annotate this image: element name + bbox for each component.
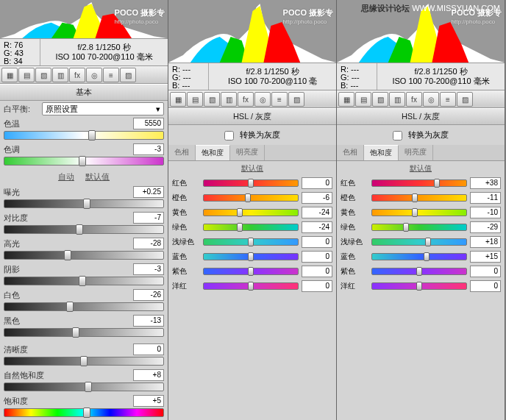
slider-track[interactable] — [4, 408, 164, 417]
slider-value[interactable]: -26 — [133, 289, 164, 301]
slider-track[interactable] — [4, 357, 164, 366]
slider-track[interactable] — [203, 179, 299, 187]
slider-value[interactable]: -29 — [470, 221, 501, 233]
panel-tab-icon-7[interactable]: ▨ — [120, 68, 136, 82]
slider-thumb[interactable] — [416, 282, 422, 291]
slider-value[interactable]: -24 — [302, 221, 332, 233]
slider-value[interactable]: -3 — [133, 263, 164, 275]
panel-tab-icon-1[interactable]: ▤ — [355, 92, 371, 107]
slider-value[interactable]: -11 — [470, 192, 501, 204]
hsl-tab-饱和度[interactable]: 饱和度 — [364, 145, 399, 160]
slider-track[interactable] — [4, 131, 164, 140]
slider-track[interactable] — [371, 194, 467, 202]
slider-thumb[interactable] — [79, 156, 86, 166]
slider-track[interactable] — [4, 328, 164, 337]
wb-select[interactable]: 原照设置▾ — [42, 102, 164, 115]
slider-value[interactable]: 0 — [302, 177, 332, 189]
slider-value[interactable]: 0 — [302, 280, 332, 292]
slider-track[interactable] — [4, 199, 164, 208]
slider-thumb[interactable] — [237, 208, 243, 217]
panel-tab-icon-0[interactable]: ▦ — [338, 92, 354, 107]
panel-tab-icon-3[interactable]: ▥ — [52, 68, 68, 82]
hsl-tab-明亮度[interactable]: 明亮度 — [399, 145, 433, 160]
slider-track[interactable] — [4, 302, 164, 311]
slider-thumb[interactable] — [412, 208, 418, 217]
slider-track[interactable] — [371, 209, 467, 216]
slider-track[interactable] — [371, 238, 467, 246]
slider-track[interactable] — [4, 157, 164, 165]
panel-tab-icon-1[interactable]: ▤ — [18, 68, 35, 82]
slider-thumb[interactable] — [424, 252, 430, 261]
slider-value[interactable]: 0 — [133, 344, 164, 355]
slider-value[interactable]: -6 — [302, 192, 332, 204]
hsl-tab-明亮度[interactable]: 明亮度 — [230, 145, 265, 160]
slider-track[interactable] — [203, 209, 299, 216]
slider-track[interactable] — [4, 277, 164, 285]
panel-tab-icon-6[interactable]: ≡ — [440, 92, 456, 107]
panel-tab-icon-0[interactable]: ▦ — [1, 68, 18, 82]
panel-tab-icon-7[interactable]: ▨ — [457, 92, 473, 107]
slider-track[interactable] — [371, 282, 467, 290]
slider-thumb[interactable] — [237, 223, 243, 232]
slider-track[interactable] — [4, 382, 164, 391]
panel-tab-icon-7[interactable]: ▨ — [288, 92, 304, 107]
slider-value[interactable]: 0 — [470, 280, 501, 292]
hsl-tab-色相[interactable]: 色相 — [337, 145, 364, 160]
slider-track[interactable] — [4, 225, 164, 234]
slider-value[interactable]: 0 — [470, 266, 501, 277]
slider-thumb[interactable] — [245, 193, 251, 202]
slider-value[interactable]: +38 — [470, 177, 501, 189]
panel-tab-icon-6[interactable]: ≡ — [271, 92, 288, 107]
panel-tab-icon-3[interactable]: ▥ — [221, 92, 237, 107]
slider-value[interactable]: -24 — [302, 207, 332, 218]
defaults-link[interactable]: 默认值 — [85, 172, 110, 181]
slider-thumb[interactable] — [72, 327, 79, 338]
slider-value[interactable]: 0 — [302, 236, 332, 248]
slider-track[interactable] — [371, 179, 467, 187]
hsl-tab-饱和度[interactable]: 饱和度 — [196, 145, 230, 160]
slider-track[interactable] — [203, 268, 299, 275]
auto-link[interactable]: 自动 — [58, 172, 74, 181]
slider-thumb[interactable] — [83, 407, 90, 418]
hsl-tab-色相[interactable]: 色相 — [168, 145, 196, 160]
panel-tab-icon-0[interactable]: ▦ — [170, 92, 186, 107]
slider-thumb[interactable] — [248, 179, 254, 188]
slider-thumb[interactable] — [416, 267, 422, 276]
slider-thumb[interactable] — [66, 302, 74, 312]
slider-thumb[interactable] — [412, 193, 418, 202]
slider-track[interactable] — [203, 253, 299, 260]
defaults-link[interactable]: 默认值 — [168, 161, 336, 176]
slider-value[interactable]: +5 — [133, 395, 164, 407]
slider-value[interactable]: 5550 — [133, 118, 164, 129]
slider-value[interactable]: +18 — [470, 236, 501, 248]
panel-tab-icon-5[interactable]: ◎ — [86, 68, 102, 82]
panel-tab-icon-2[interactable]: ▧ — [35, 68, 51, 82]
slider-track[interactable] — [371, 253, 467, 260]
slider-value[interactable]: +0.25 — [133, 186, 164, 198]
slider-track[interactable] — [203, 282, 299, 290]
slider-track[interactable] — [4, 251, 164, 260]
panel-tab-icon-6[interactable]: ≡ — [103, 68, 119, 82]
slider-track[interactable] — [371, 268, 467, 275]
slider-thumb[interactable] — [79, 276, 86, 286]
panel-tab-icon-5[interactable]: ◎ — [423, 92, 439, 107]
panel-tab-icon-3[interactable]: ▥ — [389, 92, 405, 107]
slider-track[interactable] — [203, 238, 299, 246]
slider-track[interactable] — [203, 224, 299, 231]
slider-value[interactable]: -7 — [133, 212, 164, 224]
slider-thumb[interactable] — [248, 238, 254, 246]
slider-thumb[interactable] — [83, 199, 90, 209]
slider-thumb[interactable] — [80, 356, 88, 366]
slider-value[interactable]: 0 — [302, 266, 332, 277]
slider-thumb[interactable] — [64, 250, 71, 260]
slider-value[interactable]: +15 — [470, 251, 501, 263]
slider-thumb[interactable] — [248, 267, 254, 276]
slider-thumb[interactable] — [85, 382, 92, 392]
slider-thumb[interactable] — [403, 223, 409, 232]
panel-tab-icon-4[interactable]: fx — [238, 92, 254, 107]
defaults-link[interactable]: 默认值 — [337, 161, 505, 176]
panel-tab-icon-2[interactable]: ▧ — [372, 92, 388, 107]
slider-track[interactable] — [203, 194, 299, 202]
slider-thumb[interactable] — [434, 179, 440, 188]
panel-tab-icon-2[interactable]: ▧ — [204, 92, 220, 107]
